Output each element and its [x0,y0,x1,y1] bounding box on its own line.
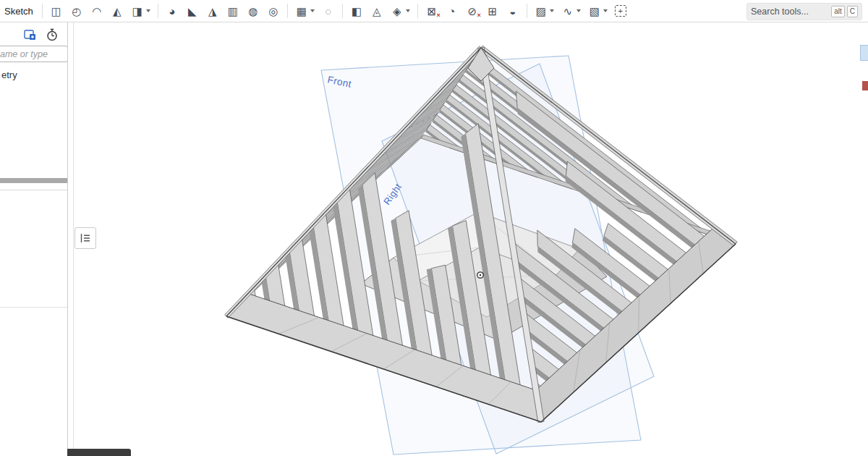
toolbar-delete-part-button[interactable]: ⊠× [423,1,441,20]
toolbar-shell-button[interactable]: ◍ [244,1,262,20]
circular-pattern-icon: ◌ [322,6,335,17]
toolbar-revolve-button[interactable]: ◴ [68,1,85,20]
toolbar-hole-button[interactable]: ◎ [265,1,282,20]
feature-list-toggle-button[interactable] [75,227,96,249]
toolbar-divider [42,4,43,18]
boolean-icon: ◧ [350,6,363,17]
thicken-icon: ◨ [131,6,144,17]
offset-surface-icon: ◒ [506,6,519,17]
tree-item-label: etry [1,69,17,80]
shortcut-key-c: C [847,6,858,17]
toolbar-divider [158,4,158,18]
feature-filter-input[interactable] [0,46,68,62]
toolbar-thicken-button[interactable]: ◨ [129,1,153,20]
delete-badge-icon: × [477,12,480,19]
transform-icon: ◈ [391,6,404,17]
panel-line [0,190,67,190]
draft-icon: ◮ [206,6,219,17]
right-edge-panel-tab[interactable] [860,45,868,61]
chevron-down-icon[interactable] [550,9,554,12]
toolbar-loft-button[interactable]: ◭ [109,1,126,20]
toolbar-sweep-button[interactable]: ◠ [88,1,106,20]
move-face-icon: ⊞ [486,6,499,17]
search-tools-label: Search tools... [751,7,829,17]
model-viewport[interactable]: FrontRight [73,22,868,456]
loft-icon: ◭ [111,6,124,17]
extrude-icon: ◫ [50,6,63,17]
origin-marker-dot [480,274,481,276]
toolbar-rib-button[interactable]: ▥ [224,1,242,20]
toolbar-surface-button[interactable]: ▧ [586,1,610,20]
mate-connector-icon: + [615,5,626,17]
linear-pattern-icon: ▦ [295,6,308,17]
toolbar-linear-pattern-button[interactable]: ▦ [293,1,317,20]
delete-badge-icon: × [436,12,440,19]
delete-face-icon: ⊘× [466,6,479,17]
toolbar-delete-face-button[interactable]: ⊘× [464,1,481,20]
shell-icon: ◍ [247,6,260,17]
toolbar-boolean-button[interactable]: ◧ [348,1,365,20]
toolbar-chamfer-button[interactable]: ◣ [184,1,201,20]
curve-icon: ∿ [561,6,574,17]
sketch-button[interactable]: Sketch [4,6,33,17]
toolbar-transform-button[interactable]: ◈ [388,1,412,20]
plane-icon: ▨ [535,6,548,17]
toolbar-offset-surface-button[interactable]: ◒ [504,1,522,20]
toolbar-fillet-button[interactable]: ◕ [163,1,181,20]
toolbar-divider [527,4,527,18]
toolbar-split-button[interactable]: ◬ [368,1,386,20]
chamfer-icon: ◣ [186,6,199,17]
panel-scrollbar[interactable] [0,178,67,183]
chevron-down-icon[interactable] [576,9,581,12]
surface-icon: ▧ [588,6,601,17]
right-edge-indicator[interactable] [862,81,868,90]
toolbar-divider [342,4,343,18]
fillet-icon: ◕ [166,6,179,17]
bottom-tab-bar-fragment[interactable] [67,449,131,456]
toolbar-plane-button[interactable]: ▨ [532,1,556,20]
toolbar-mate-connector-button[interactable]: + [613,1,629,20]
chevron-down-icon[interactable] [603,9,608,12]
rib-icon: ▥ [226,6,239,17]
delete-part-icon: ⊠× [425,6,438,17]
history-icon[interactable] [45,28,59,42]
toolbar-draft-button[interactable]: ◮ [204,1,221,20]
toolbar-modify-fillet-button[interactable]: ◔ [443,1,461,20]
sweep-icon: ◠ [90,6,103,17]
modify-fillet-icon: ◔ [446,6,459,17]
chevron-down-icon[interactable] [146,9,150,12]
revolve-icon: ◴ [70,6,83,17]
feature-list-icon [80,233,91,243]
search-tools-box[interactable]: Search tools... alt C [746,3,862,20]
toolbar-divider [417,4,418,18]
toolbar-tools-strip: ◫◴◠◭◨◕◣◮▥◍◎▦◌◧◬◈⊠×◔⊘×⊞◒▨∿▧+ [46,1,868,20]
scene-svg[interactable]: FrontRight [74,22,868,456]
panel-divider [0,307,67,308]
toolbar-curve-button[interactable]: ∿ [559,1,583,20]
shortcut-key-alt: alt [831,6,845,17]
insert-item-icon[interactable] [23,28,38,42]
chevron-down-icon[interactable] [310,9,315,12]
toolbar-divider [287,4,288,18]
toolbar-circular-pattern-button[interactable]: ◌ [320,1,337,20]
feature-toolbar: Sketch ◫◴◠◭◨◕◣◮▥◍◎▦◌◧◬◈⊠×◔⊘×⊞◒▨∿▧+ [0,0,868,22]
split-icon: ◬ [370,6,383,17]
toolbar-extrude-button[interactable]: ◫ [48,1,65,20]
chevron-down-icon[interactable] [406,9,410,12]
feature-list-panel: etry [0,22,68,456]
hole-icon: ◎ [267,6,280,17]
toolbar-move-face-button[interactable]: ⊞ [484,1,501,20]
